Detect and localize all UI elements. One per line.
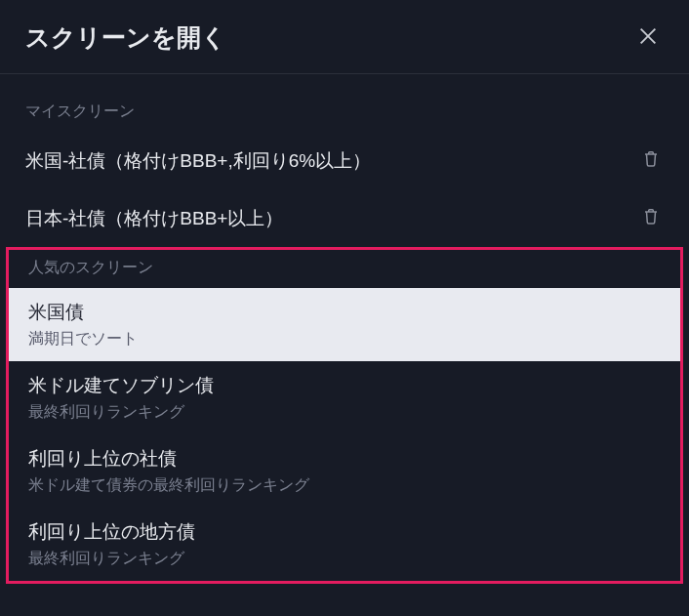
dialog-title: スクリーンを開く <box>25 21 226 54</box>
delete-button[interactable] <box>638 145 664 176</box>
my-screen-row[interactable]: 米国-社債（格付けBBB+,利回り6%以上） <box>0 132 689 189</box>
popular-screen-title: 米ドル建てソブリン債 <box>28 373 661 398</box>
my-screens-label: マイスクリーン <box>0 74 689 132</box>
popular-screen-title: 利回り上位の地方債 <box>28 519 661 545</box>
trash-icon <box>642 149 660 172</box>
popular-screen-row[interactable]: 利回り上位の地方債 最終利回りランキング <box>9 508 680 581</box>
popular-screen-row[interactable]: 米国債 満期日でソート <box>9 288 680 361</box>
my-screen-label: 日本-社債（格付けBBB+以上） <box>25 206 283 231</box>
popular-screen-row[interactable]: 米ドル建てソブリン債 最終利回りランキング <box>9 361 680 434</box>
close-button[interactable] <box>632 22 664 54</box>
popular-screens-label: 人気のスクリーン <box>9 250 680 288</box>
trash-icon <box>642 207 660 229</box>
popular-screen-title: 利回り上位の社債 <box>28 446 661 472</box>
popular-screen-subtitle: 米ドル建て債券の最終利回りランキング <box>28 475 661 496</box>
popular-screen-subtitle: 満期日でソート <box>28 329 661 349</box>
my-screen-label: 米国-社債（格付けBBB+,利回り6%以上） <box>25 148 371 174</box>
close-icon <box>637 25 659 51</box>
popular-screen-title: 米国債 <box>28 300 661 325</box>
popular-screen-subtitle: 最終利回りランキング <box>28 402 661 423</box>
delete-button[interactable] <box>638 203 664 233</box>
popular-screens-highlight: 人気のスクリーン 米国債 満期日でソート 米ドル建てソブリン債 最終利回りランキ… <box>6 247 683 584</box>
my-screen-row[interactable]: 日本-社債（格付けBBB+以上） <box>0 189 689 247</box>
popular-screen-row[interactable]: 利回り上位の社債 米ドル建て債券の最終利回りランキング <box>9 434 680 508</box>
popular-screen-subtitle: 最終利回りランキング <box>28 549 661 569</box>
